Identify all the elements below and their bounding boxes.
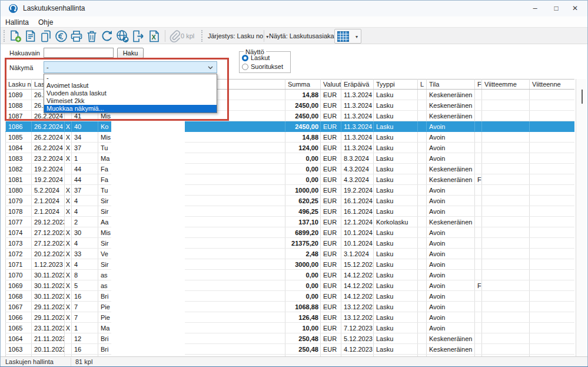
table-cell[interactable]: EUR [321, 249, 341, 259]
table-cell[interactable]: 8.3.2024 [341, 153, 374, 164]
table-cell[interactable]: EUR [321, 90, 341, 100]
table-cell[interactable] [475, 333, 482, 344]
web-send-icon[interactable] [115, 29, 129, 43]
table-cell[interactable] [418, 164, 427, 174]
table-cell[interactable]: 20.12.2023 [32, 249, 65, 259]
table-cell[interactable]: Lasku [374, 111, 418, 121]
table-cell[interactable]: Lasku [374, 238, 418, 249]
table-row[interactable]: 10782.1.2024X4Sir496,25EUR16.1.2024Lasku… [6, 206, 575, 217]
table-row[interactable]: 106930.11.2023X5as0,00EUR14.12.2023Lasku… [6, 280, 575, 291]
table-cell[interactable] [418, 302, 427, 312]
table-cell[interactable] [475, 249, 482, 259]
table-row[interactable]: 10792.1.2024X4Sir620,25EUR16.1.2024Lasku… [6, 196, 575, 206]
table-cell[interactable]: 30.11.2023 [32, 291, 65, 302]
table-row[interactable]: 108119.2.202444Fa0,00EUR4.3.2024LaskuKes… [6, 174, 575, 185]
table-cell[interactable] [475, 344, 482, 355]
table-cell[interactable] [475, 270, 482, 280]
table-cell[interactable] [65, 217, 72, 227]
column-header-tila[interactable]: Tila [427, 80, 475, 90]
table-cell[interactable]: 34 [72, 132, 98, 143]
table-cell[interactable] [530, 259, 575, 270]
minimize-icon[interactable]: – [525, 1, 545, 16]
table-cell[interactable]: EUR [321, 111, 341, 121]
table-cell[interactable]: 1068 [6, 291, 32, 302]
table-cell[interactable] [418, 153, 427, 164]
table-cell[interactable]: EUR [321, 121, 341, 132]
table-cell[interactable]: Lasku [374, 164, 418, 174]
table-cell[interactable] [482, 270, 530, 280]
table-cell[interactable] [475, 206, 482, 217]
table-cell[interactable]: Lasku [374, 227, 418, 238]
table-cell[interactable]: EUR [321, 217, 341, 227]
table-cell[interactable] [475, 100, 482, 111]
table-cell[interactable]: EUR [321, 185, 341, 196]
table-cell[interactable]: Avoin [427, 259, 475, 270]
delete-icon[interactable] [85, 29, 99, 43]
table-cell[interactable]: 12 [72, 333, 98, 344]
table-cell[interactable] [530, 323, 575, 333]
table-cell[interactable]: Avoin [427, 323, 475, 333]
table-cell[interactable]: 137,10 [285, 217, 321, 227]
table-cell[interactable] [530, 291, 575, 302]
table-row[interactable]: 106830.11.2023X16Bri0,00EUR14.12.2023Las… [6, 291, 575, 302]
table-cell[interactable] [482, 302, 530, 312]
table-cell[interactable]: EUR [321, 100, 341, 111]
table-cell[interactable]: Lasku [374, 291, 418, 302]
table-cell[interactable] [482, 312, 530, 323]
table-cell[interactable]: Keskeneräinen [427, 100, 475, 111]
table-cell[interactable] [475, 312, 482, 323]
table-cell[interactable]: 1.12.2023 [32, 259, 65, 270]
table-cell[interactable] [475, 238, 482, 249]
table-cell[interactable] [418, 312, 427, 323]
table-cell[interactable]: 13.12.2023 [341, 302, 374, 312]
table-row[interactable]: 106523.11.2023X1Ma10,00EUR7.12.2023Lasku… [6, 323, 575, 333]
table-cell[interactable] [418, 238, 427, 249]
table-cell[interactable]: Lasku [374, 121, 418, 132]
table-cell[interactable]: X [65, 270, 72, 280]
table-cell[interactable] [475, 259, 482, 270]
maximize-icon[interactable]: □ [546, 1, 566, 16]
table-cell[interactable]: EUR [321, 333, 341, 344]
table-cell[interactable]: Lasku [374, 302, 418, 312]
table-cell[interactable]: 1063 [6, 344, 32, 355]
attachment-paperclip-icon[interactable] [168, 29, 182, 43]
column-header-f[interactable]: F [475, 80, 482, 90]
table-cell[interactable] [482, 185, 530, 196]
table-cell[interactable] [418, 121, 427, 132]
table-cell[interactable]: X [65, 227, 72, 238]
table-cell[interactable]: Lasku [374, 143, 418, 153]
table-cell[interactable]: 4.3.2024 [341, 164, 374, 174]
table-cell[interactable]: X [65, 121, 72, 132]
table-cell[interactable]: 15.12.2023 [341, 259, 374, 270]
table-row[interactable]: 108426.2.2024X37Tu124,00EUR11.3.2024Lask… [6, 143, 575, 153]
table-cell[interactable] [65, 164, 72, 174]
table-cell[interactable] [418, 280, 427, 291]
table-cell[interactable]: Lasku [374, 259, 418, 270]
table-cell[interactable]: Keskeneräinen [427, 111, 475, 121]
table-cell[interactable]: 14.12.2023 [341, 270, 374, 280]
table-cell[interactable]: 1077 [6, 217, 32, 227]
table-cell[interactable] [482, 280, 530, 291]
column-header-summa[interactable]: Summa [285, 80, 321, 90]
table-cell[interactable]: 2450,00 [285, 121, 321, 132]
table-cell[interactable]: EUR [321, 227, 341, 238]
table-cell[interactable]: 1000,00 [285, 185, 321, 196]
table-cell[interactable] [482, 323, 530, 333]
table-cell[interactable]: Keskeneräinen [427, 164, 475, 174]
table-row[interactable]: 108526.2.2024X34Mis14,88EUR11.3.2024Lask… [6, 132, 575, 143]
table-cell[interactable] [530, 227, 575, 238]
table-cell[interactable]: EUR [321, 196, 341, 206]
table-cell[interactable] [418, 270, 427, 280]
table-cell[interactable] [475, 121, 482, 132]
table-cell[interactable] [475, 227, 482, 238]
table-cell[interactable] [530, 280, 575, 291]
table-cell[interactable]: 12.1.2024 [341, 217, 374, 227]
table-cell[interactable]: X [65, 280, 72, 291]
table-cell[interactable]: EUR [321, 206, 341, 217]
table-cell[interactable]: 1 [72, 323, 98, 333]
table-cell[interactable]: EUR [321, 238, 341, 249]
table-row[interactable]: 106729.11.2023X7Pie1068,88EUR13.12.2023L… [6, 302, 575, 312]
table-cell[interactable] [482, 111, 530, 121]
table-cell[interactable] [418, 174, 427, 185]
table-cell[interactable]: 16.1.2024 [341, 196, 374, 206]
